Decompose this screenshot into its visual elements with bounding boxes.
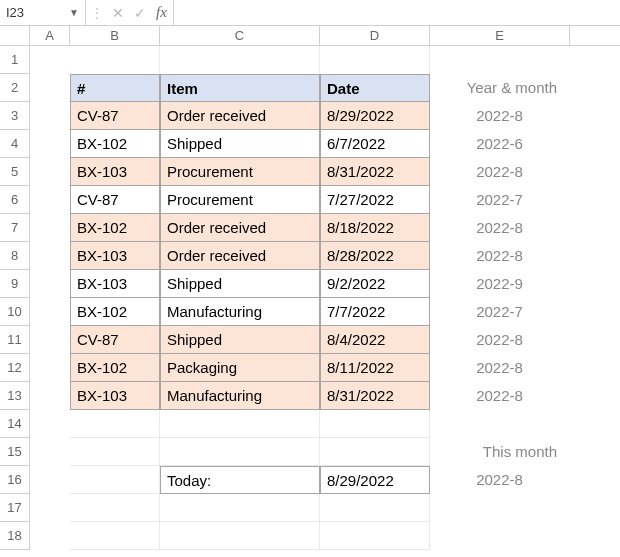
empty-cell[interactable]	[30, 270, 70, 298]
helper-header[interactable]: Year & month	[430, 74, 570, 102]
table-header-item[interactable]: Item	[160, 74, 320, 102]
cell-date[interactable]: 8/31/2022	[320, 158, 430, 186]
empty-cell[interactable]	[430, 522, 570, 550]
empty-cell[interactable]	[320, 438, 430, 466]
fx-icon[interactable]: fx	[156, 4, 167, 21]
empty-cell[interactable]	[320, 410, 430, 438]
row-header[interactable]: 17	[0, 494, 30, 522]
empty-cell[interactable]	[30, 186, 70, 214]
cell-date[interactable]: 8/31/2022	[320, 382, 430, 410]
empty-cell[interactable]	[70, 466, 160, 494]
empty-cell[interactable]	[70, 46, 160, 74]
empty-cell[interactable]	[30, 494, 70, 522]
empty-cell[interactable]	[160, 46, 320, 74]
row-header[interactable]: 6	[0, 186, 30, 214]
cell-id[interactable]: BX-102	[70, 130, 160, 158]
cell-item[interactable]: Manufacturing	[160, 382, 320, 410]
cell-id[interactable]: CV-87	[70, 102, 160, 130]
cell-id[interactable]: BX-102	[70, 354, 160, 382]
cell-date[interactable]: 7/27/2022	[320, 186, 430, 214]
chevron-down-icon[interactable]: ▼	[69, 7, 79, 18]
empty-cell[interactable]	[30, 102, 70, 130]
formula-input[interactable]	[174, 0, 620, 25]
empty-cell[interactable]	[160, 494, 320, 522]
cell-yearmonth[interactable]: 2022-6	[430, 130, 570, 158]
empty-cell[interactable]	[30, 158, 70, 186]
cell-yearmonth[interactable]: 2022-8	[430, 382, 570, 410]
empty-cell[interactable]	[30, 326, 70, 354]
empty-cell[interactable]	[320, 522, 430, 550]
cell-yearmonth[interactable]: 2022-8	[430, 214, 570, 242]
cell-date[interactable]: 8/11/2022	[320, 354, 430, 382]
empty-cell[interactable]	[30, 298, 70, 326]
table-header-id[interactable]: #	[70, 74, 160, 102]
cell-yearmonth[interactable]: 2022-8	[430, 242, 570, 270]
col-header-c[interactable]: C	[160, 26, 320, 45]
cell-yearmonth[interactable]: 2022-7	[430, 186, 570, 214]
cell-id[interactable]: CV-87	[70, 326, 160, 354]
cell-yearmonth[interactable]: 2022-9	[430, 270, 570, 298]
row-header[interactable]: 5	[0, 158, 30, 186]
cell-id[interactable]: BX-103	[70, 382, 160, 410]
empty-cell[interactable]	[30, 522, 70, 550]
empty-cell[interactable]	[430, 46, 570, 74]
empty-cell[interactable]	[320, 494, 430, 522]
empty-cell[interactable]	[30, 214, 70, 242]
cell-yearmonth[interactable]: 2022-8	[430, 354, 570, 382]
col-header-a[interactable]: A	[30, 26, 70, 45]
cell-item[interactable]: Shipped	[160, 326, 320, 354]
empty-cell[interactable]	[30, 130, 70, 158]
cell-item[interactable]: Order received	[160, 242, 320, 270]
cancel-icon[interactable]: ✕	[112, 5, 124, 21]
empty-cell[interactable]	[70, 494, 160, 522]
empty-cell[interactable]	[30, 382, 70, 410]
cell-date[interactable]: 8/4/2022	[320, 326, 430, 354]
empty-cell[interactable]	[160, 410, 320, 438]
row-header[interactable]: 11	[0, 326, 30, 354]
row-header[interactable]: 14	[0, 410, 30, 438]
empty-cell[interactable]	[430, 494, 570, 522]
empty-cell[interactable]	[30, 354, 70, 382]
cell-id[interactable]: BX-103	[70, 158, 160, 186]
empty-cell[interactable]	[70, 410, 160, 438]
empty-cell[interactable]	[30, 242, 70, 270]
cell-item[interactable]: Procurement	[160, 158, 320, 186]
empty-cell[interactable]	[430, 410, 570, 438]
empty-cell[interactable]	[160, 522, 320, 550]
col-header-b[interactable]: B	[70, 26, 160, 45]
table-header-date[interactable]: Date	[320, 74, 430, 102]
row-header[interactable]: 15	[0, 438, 30, 466]
row-header[interactable]: 3	[0, 102, 30, 130]
accept-icon[interactable]: ✓	[134, 5, 146, 21]
cell-yearmonth[interactable]: 2022-8	[430, 326, 570, 354]
col-header-d[interactable]: D	[320, 26, 430, 45]
cell-date[interactable]: 8/18/2022	[320, 214, 430, 242]
cell-item[interactable]: Packaging	[160, 354, 320, 382]
cell-date[interactable]: 7/7/2022	[320, 298, 430, 326]
row-header[interactable]: 18	[0, 522, 30, 550]
empty-cell[interactable]	[30, 46, 70, 74]
empty-cell[interactable]	[30, 74, 70, 102]
cell-date[interactable]: 8/28/2022	[320, 242, 430, 270]
empty-cell[interactable]	[30, 466, 70, 494]
row-header[interactable]: 13	[0, 382, 30, 410]
cell-date[interactable]: 8/29/2022	[320, 102, 430, 130]
cell-id[interactable]: BX-103	[70, 242, 160, 270]
cell-item[interactable]: Order received	[160, 214, 320, 242]
today-yearmonth[interactable]: 2022-8	[430, 466, 570, 494]
empty-cell[interactable]	[160, 438, 320, 466]
cell-yearmonth[interactable]: 2022-8	[430, 158, 570, 186]
empty-cell[interactable]	[30, 438, 70, 466]
row-header[interactable]: 8	[0, 242, 30, 270]
row-header[interactable]: 9	[0, 270, 30, 298]
today-date[interactable]: 8/29/2022	[320, 466, 430, 494]
row-header[interactable]: 12	[0, 354, 30, 382]
name-box[interactable]: I23 ▼	[0, 0, 86, 25]
cell-item[interactable]: Shipped	[160, 130, 320, 158]
empty-cell[interactable]	[70, 438, 160, 466]
row-header[interactable]: 10	[0, 298, 30, 326]
row-header[interactable]: 16	[0, 466, 30, 494]
cell-date[interactable]: 9/2/2022	[320, 270, 430, 298]
select-all-corner[interactable]	[0, 26, 30, 45]
cell-yearmonth[interactable]: 2022-7	[430, 298, 570, 326]
